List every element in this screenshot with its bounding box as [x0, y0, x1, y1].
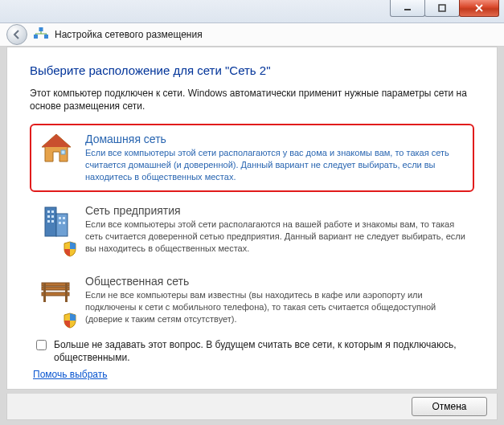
dont-ask-checkbox[interactable] — [36, 340, 47, 350]
option-home-text: Домашняя сеть Если все компьютеры этой с… — [85, 133, 465, 183]
svg-rect-2 — [34, 35, 38, 39]
wizard-title: Настройка сетевого размещения — [55, 29, 203, 40]
dont-ask-label[interactable]: Больше не задавать этот вопрос. В будуще… — [54, 339, 474, 364]
option-public-network[interactable]: Общественная сеть Если не все компьютеры… — [30, 266, 474, 334]
svg-rect-10 — [47, 210, 50, 213]
option-work-title: Сеть предприятия — [85, 204, 465, 217]
svg-rect-20 — [42, 283, 69, 286]
option-home-title: Домашняя сеть — [85, 133, 465, 145]
titlebar — [0, 0, 504, 23]
option-work-text: Сеть предприятия Если все компьютеры это… — [85, 204, 465, 255]
page-heading: Выберите расположение для сети "Сеть 2" — [30, 63, 474, 77]
svg-rect-4 — [39, 27, 43, 31]
maximize-button[interactable] — [424, 0, 460, 17]
cancel-button[interactable]: Отмена — [412, 397, 487, 416]
svg-rect-18 — [59, 222, 61, 224]
option-work-desc: Если все компьютеры этой сети располагаю… — [85, 219, 465, 255]
option-public-desc: Если не все компьютеры вам известны (вы … — [85, 289, 465, 325]
svg-rect-21 — [42, 287, 69, 290]
close-button[interactable] — [459, 0, 499, 17]
wizard-header: Настройка сетевого размещения — [0, 23, 504, 47]
option-home-desc: Если все компьютеры этой сети располагаю… — [85, 147, 465, 183]
svg-rect-15 — [51, 220, 54, 223]
help-choose-link[interactable]: Помочь выбрать — [33, 369, 108, 380]
option-work-network[interactable]: Сеть предприятия Если все компьютеры это… — [30, 195, 474, 264]
svg-rect-24 — [65, 283, 68, 302]
office-building-icon — [39, 204, 74, 255]
shield-icon — [63, 241, 77, 257]
back-button[interactable] — [6, 24, 27, 45]
footer-bar: Отмена — [6, 393, 498, 420]
minimize-button[interactable] — [390, 0, 425, 17]
svg-rect-1 — [439, 5, 445, 11]
svg-rect-17 — [63, 217, 65, 219]
svg-rect-22 — [42, 292, 69, 296]
park-bench-icon — [39, 275, 74, 325]
intro-text: Этот компьютер подключен к сети. Windows… — [30, 87, 474, 112]
shield-icon — [63, 313, 77, 329]
svg-rect-8 — [45, 207, 56, 236]
dialog-window: Настройка сетевого размещения Выберите р… — [0, 0, 504, 425]
svg-rect-12 — [47, 215, 50, 218]
svg-rect-7 — [61, 150, 65, 154]
network-center-icon — [34, 27, 48, 43]
svg-rect-16 — [59, 217, 61, 219]
svg-rect-3 — [44, 35, 48, 39]
svg-rect-19 — [63, 222, 65, 224]
svg-rect-0 — [404, 9, 411, 10]
svg-marker-6 — [42, 134, 71, 147]
option-home-network[interactable]: Домашняя сеть Если все компьютеры этой с… — [30, 124, 474, 192]
dont-ask-checkbox-row: Больше не задавать этот вопрос. В будуще… — [33, 339, 474, 364]
svg-rect-9 — [56, 214, 68, 236]
option-public-text: Общественная сеть Если не все компьютеры… — [85, 275, 465, 325]
option-public-title: Общественная сеть — [85, 275, 465, 288]
svg-rect-23 — [43, 283, 46, 302]
arrow-left-icon — [12, 30, 22, 39]
svg-rect-11 — [51, 210, 54, 213]
svg-rect-14 — [47, 220, 50, 223]
content-area: Выберите расположение для сети "Сеть 2" … — [6, 47, 498, 390]
house-icon — [39, 133, 74, 183]
window-controls — [391, 0, 499, 17]
svg-rect-13 — [51, 215, 54, 218]
